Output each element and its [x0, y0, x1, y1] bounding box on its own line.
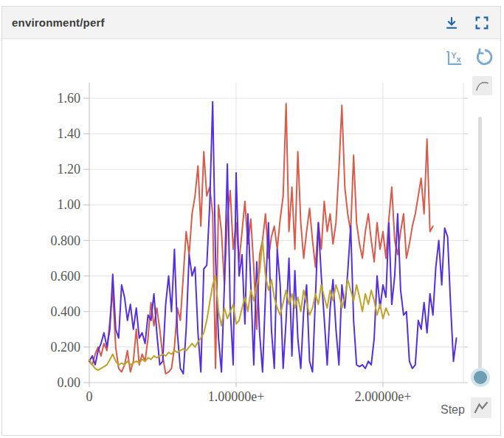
- x-tick-label: 1.00000e+: [208, 389, 265, 404]
- fit-axis-button[interactable]: Y x: [443, 48, 463, 70]
- line-chart-icon: [472, 399, 490, 417]
- smoothing-slider-thumb[interactable]: [471, 368, 490, 387]
- y-tick-label: 1.60: [58, 91, 81, 106]
- x-tick-label: 0: [86, 389, 93, 404]
- y-tick-label: 1.40: [58, 126, 81, 141]
- y-tick-label: 0.600: [51, 269, 81, 284]
- restore-button[interactable]: [473, 47, 494, 69]
- line-chart-plot[interactable]: 0.000.2000.4000.6000.8001.001.201.401.60…: [0, 0, 504, 438]
- fit-axis-icon: Y x: [443, 48, 463, 68]
- y-tick-label: 0.200: [51, 340, 81, 355]
- line-chart-toggle[interactable]: [471, 397, 491, 418]
- x-tick-label: 2.00000e+: [355, 389, 412, 404]
- y-tick-label: 1.20: [58, 162, 81, 177]
- y-tick-label: 1.00: [58, 197, 81, 212]
- y-tick-label: 0.00: [58, 375, 81, 390]
- smoothing-slider-thumb-inner: [474, 371, 487, 384]
- restore-icon: [473, 47, 494, 67]
- x-axis-title: Step: [441, 403, 465, 417]
- y-tick-label: 0.800: [51, 233, 81, 248]
- smoothing-curve-icon: [474, 78, 491, 94]
- smoothing-toggle[interactable]: [472, 76, 492, 95]
- svg-text:x: x: [456, 55, 461, 64]
- series-line-red: [89, 103, 433, 374]
- smoothing-slider-track[interactable]: [478, 117, 482, 377]
- series-line-blue: [89, 102, 457, 374]
- y-tick-label: 0.400: [51, 304, 81, 319]
